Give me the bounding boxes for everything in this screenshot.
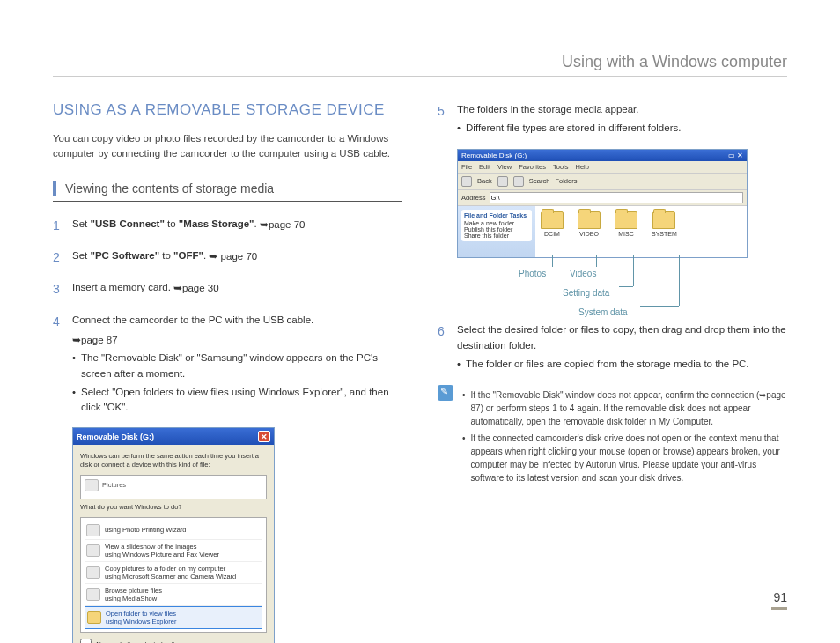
list-item[interactable]: Copy pictures to a folder on my computer… (85, 562, 262, 584)
folder-icon (541, 211, 564, 229)
menu-bar[interactable]: FileEditViewFavoritesToolsHelp (458, 161, 747, 174)
forward-icon[interactable] (497, 176, 508, 187)
explorer-titlebar: Removable Disk (G:)▭ ✕ (458, 150, 747, 161)
address-bar[interactable]: Address (458, 190, 747, 206)
window-controls-icon[interactable]: ▭ ✕ (728, 152, 743, 159)
address-input[interactable] (490, 192, 743, 203)
up-icon[interactable] (513, 176, 524, 187)
list-item[interactable]: using Photo Printing Wizard (85, 521, 262, 540)
close-icon[interactable]: ✕ (258, 431, 270, 442)
scanner-icon (86, 566, 100, 579)
section-title: USING AS A REMOVABLE STORAGE DEVICE (53, 101, 402, 119)
printer-icon (86, 524, 100, 536)
media-icon (86, 588, 100, 601)
intro-text: You can copy video or photo files record… (53, 131, 402, 162)
page-number: 91 (773, 590, 787, 604)
autoplay-dialog: Removable Disk (G:) ✕ Windows can perfor… (72, 427, 275, 643)
step-6: 6 Select the desired folder or files to … (438, 322, 787, 373)
right-column: 5 The folders in the storage media appea… (438, 101, 787, 643)
folder-misc[interactable]: MISC (615, 211, 637, 237)
step-5: 5 The folders in the storage media appea… (438, 101, 787, 137)
folder-icon (87, 611, 101, 624)
slideshow-icon (86, 544, 100, 557)
step-4: 4 Connect the camcorder to the PC with t… (53, 312, 402, 416)
header-divider (53, 76, 787, 77)
list-item[interactable]: View a slideshow of the imagesusing Wind… (85, 540, 262, 562)
step-1: 1 Set "USB Connect" to "Mass Storage". ➥… (53, 216, 402, 235)
page-ref: ➥page 70 (260, 217, 306, 233)
folder-system[interactable]: SYSTEM (652, 211, 677, 237)
step-2: 2 Set "PC Software" to "OFF". ➥ page 70 (53, 248, 402, 267)
list-item-selected[interactable]: Open folder to view filesusing Windows E… (85, 606, 262, 629)
info-note: If the "Removable Disk" window does not … (438, 385, 787, 484)
folder-labels: Photos Videos Setting data System data (457, 262, 748, 322)
note-icon (438, 385, 453, 401)
pictures-icon (85, 479, 99, 491)
page-ref: ➥page 30 (173, 280, 219, 296)
folder-pane[interactable]: DCIM VIDEO MISC SYSTEM (535, 206, 747, 257)
always-checkbox[interactable]: Always do the selected action. (80, 639, 267, 643)
dialog-titlebar: Removable Disk (G:) ✕ (73, 428, 274, 445)
subsection-heading: Viewing the contents of storage media (53, 181, 402, 196)
back-icon[interactable] (461, 176, 472, 187)
explorer-sidebar: File and Folder Tasks Make a new folder … (458, 206, 535, 257)
folder-video[interactable]: VIDEO (578, 211, 601, 237)
page-ref: ➥page 87 (72, 332, 118, 348)
folder-dcim[interactable]: DCIM (541, 211, 564, 237)
action-list[interactable]: using Photo Printing Wizard View a slide… (80, 517, 267, 633)
page-ref: ➥ page 70 (209, 248, 257, 264)
page-number-rule (771, 607, 787, 610)
subsection-divider (53, 201, 402, 202)
folder-icon (578, 211, 601, 229)
step-3: 3 Insert a memory card. ➥page 30 (53, 279, 402, 299)
folder-icon (652, 211, 675, 229)
explorer-window: Removable Disk (G:)▭ ✕ FileEditViewFavor… (457, 149, 748, 258)
list-item[interactable]: Browse picture filesusing MediaShow (85, 584, 262, 606)
left-column: USING AS A REMOVABLE STORAGE DEVICE You … (53, 53, 402, 643)
folder-icon (615, 211, 637, 229)
toolbar[interactable]: Back Search Folders (458, 174, 747, 190)
chapter-header: Using with a Windows computer (562, 53, 787, 71)
